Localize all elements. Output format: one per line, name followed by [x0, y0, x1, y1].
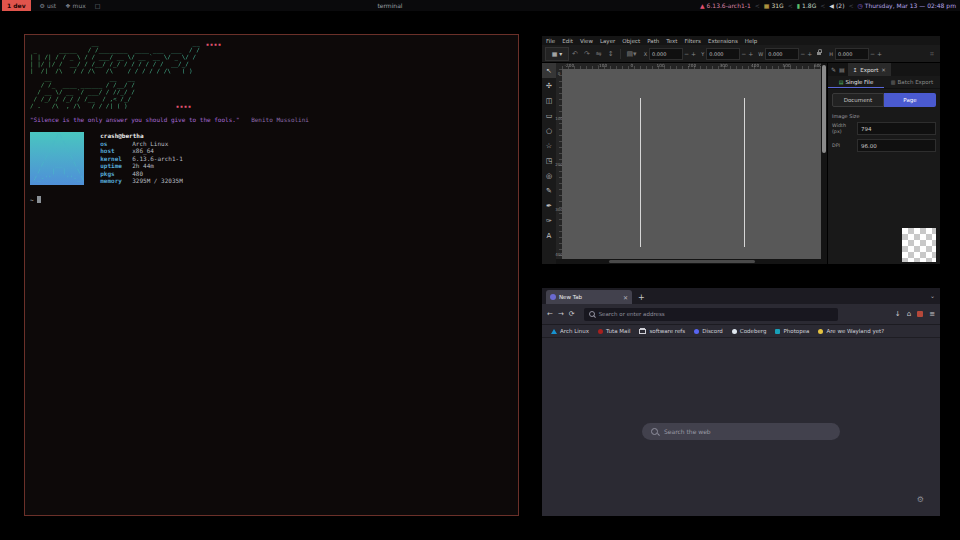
url-bar[interactable]: Search or enter address: [584, 308, 838, 321]
inkscape-window: FileEditViewLayerObjectPathTextFiltersEx…: [542, 36, 940, 264]
tool-shape-builder[interactable]: ◫: [542, 93, 556, 108]
gear-icon: ⚙: [40, 2, 45, 9]
input-x[interactable]: 0.000: [649, 48, 683, 60]
increment-button[interactable]: +: [748, 50, 753, 57]
fetch-row: hostx86_64: [100, 147, 183, 155]
home-icon[interactable]: ⌂: [907, 310, 911, 318]
terminal-window[interactable]: __ __ _ _____ / /________ ____ ___ ___ /…: [24, 34, 519, 516]
decrement-button[interactable]: −: [870, 50, 875, 57]
shell-prompt[interactable]: ~: [30, 196, 518, 203]
tool-text[interactable]: A: [542, 228, 556, 243]
selection-mode-dropdown[interactable]: ▦▾: [545, 47, 569, 61]
status-module: ▲6.13.6-arch1-1: [700, 2, 751, 9]
bookmark-item[interactable]: Are we Wayland yet?: [818, 328, 884, 334]
bookmarks-bar: Arch LinuxTuta Mailsoftware refsDiscordC…: [542, 325, 940, 338]
tool-star[interactable]: ☆: [542, 138, 556, 153]
menu-filters[interactable]: Filters: [684, 38, 701, 44]
decrement-button[interactable]: −: [684, 50, 689, 57]
back-button[interactable]: ←: [547, 310, 553, 318]
forward-button[interactable]: →: [558, 310, 564, 318]
inkscape-canvas[interactable]: [562, 69, 821, 259]
menu-file[interactable]: File: [546, 38, 555, 44]
workspace-window-item[interactable]: ❖mux: [65, 2, 86, 9]
dpi-input[interactable]: 96.00: [857, 139, 936, 152]
rotate-ccw-icon[interactable]: ↶: [572, 50, 578, 58]
tool-box-3d[interactable]: ◳: [542, 153, 556, 168]
browser-nav-bar: ← → ⟳ Search or enter address ↓ ⌂ ≡: [542, 304, 940, 325]
extension-icon[interactable]: [917, 311, 923, 317]
width-input[interactable]: 794: [857, 122, 936, 135]
bookmark-item[interactable]: Discord: [694, 328, 723, 334]
units-dropdown-icon[interactable]: ▤▾: [627, 50, 637, 58]
tool-rectangle[interactable]: ▭: [542, 108, 556, 123]
memory-icon: ▮: [797, 2, 800, 9]
downloads-icon[interactable]: ↓: [895, 310, 901, 318]
workspace-tag-active[interactable]: 1 dev: [2, 0, 31, 11]
batch-export-icon: ▥: [891, 79, 896, 85]
close-tab-icon[interactable]: ✕: [623, 294, 628, 301]
lock-icon[interactable]: [817, 52, 821, 55]
decrement-button[interactable]: −: [800, 50, 805, 57]
flip-horizontal-icon[interactable]: ⇋: [596, 50, 602, 58]
input-h[interactable]: 0.000: [835, 48, 869, 60]
decrement-button[interactable]: −: [741, 50, 746, 57]
text-cursor: [37, 196, 41, 203]
fill-stroke-dialog-icon[interactable]: ✎: [831, 66, 836, 73]
menu-icon[interactable]: ≡: [929, 310, 935, 318]
tab-new-tab[interactable]: New Tab ✕: [546, 290, 632, 304]
snap-toggle-icon[interactable]: ⌗: [930, 50, 934, 58]
tool-pencil[interactable]: ✎: [542, 183, 556, 198]
fetch-row: memory3295M / 32035M: [100, 177, 183, 185]
search-icon: [651, 428, 658, 435]
web-search-input[interactable]: Search the web: [642, 423, 840, 440]
rotate-cw-icon[interactable]: ↷: [584, 50, 590, 58]
status-module: ▦31G: [764, 2, 784, 9]
input-y[interactable]: 0.000: [706, 48, 740, 60]
personalize-gear-icon[interactable]: ⚙: [917, 495, 924, 504]
export-area-document-button[interactable]: Document: [832, 93, 884, 107]
workspace-window-item[interactable]: ⚙ust: [40, 2, 57, 9]
increment-button[interactable]: +: [691, 50, 696, 57]
reload-button[interactable]: ⟳: [569, 310, 575, 318]
workspace-window-item[interactable]: □: [95, 2, 103, 9]
bookmark-item[interactable]: Arch Linux: [551, 328, 589, 334]
bookmark-item[interactable]: Photopea: [775, 328, 809, 334]
flip-vertical-icon[interactable]: ↕: [608, 50, 614, 58]
bookmark-item[interactable]: Tuta Mail: [598, 328, 630, 334]
tab-single-file[interactable]: ▤ Single File: [828, 76, 884, 88]
bookmark-item[interactable]: Codeberg: [732, 328, 767, 334]
tool-selector[interactable]: ↖: [542, 63, 556, 78]
menu-layer[interactable]: Layer: [600, 38, 615, 44]
quote-line: "Silence is the only answer you should g…: [30, 116, 518, 123]
tool-node-editor[interactable]: ✣: [542, 78, 556, 93]
image-size-label: Image Size: [828, 110, 940, 120]
banner-accent-top: ▪▪▪▪: [206, 41, 222, 47]
increment-button[interactable]: +: [877, 50, 882, 57]
tool-calligraphy[interactable]: ✑: [542, 213, 556, 228]
bookmark-circle-icon: [732, 329, 737, 334]
tab-batch-export[interactable]: ▥ Batch Export: [884, 76, 940, 88]
bookmark-item[interactable]: software refs: [639, 328, 685, 334]
tool-ellipse[interactable]: ○: [542, 123, 556, 138]
increment-button[interactable]: +: [807, 50, 812, 57]
dpi-label: DPI: [832, 143, 854, 149]
menu-object[interactable]: Object: [622, 38, 640, 44]
close-icon[interactable]: ✕: [881, 67, 886, 73]
menu-path[interactable]: Path: [647, 38, 659, 44]
layers-dialog-icon[interactable]: ▤: [839, 66, 845, 73]
menu-extensions[interactable]: Extensions: [708, 38, 738, 44]
menu-view[interactable]: View: [580, 38, 593, 44]
list-all-tabs-icon[interactable]: ⌄: [930, 292, 935, 299]
input-w[interactable]: 0.000: [765, 48, 799, 60]
menu-text[interactable]: Text: [666, 38, 677, 44]
export-dialog-tab[interactable]: ↥ Export ✕: [848, 63, 891, 76]
fetch-row: pkgs480: [100, 170, 183, 178]
quote-text: "Silence is the only answer you should g…: [30, 116, 240, 123]
canvas-horizontal-scrollbar[interactable]: [556, 259, 821, 264]
new-tab-button[interactable]: +: [638, 293, 645, 302]
menu-help[interactable]: Help: [745, 38, 758, 44]
menu-edit[interactable]: Edit: [562, 38, 573, 44]
tool-bezier-pen[interactable]: ✒: [542, 198, 556, 213]
tool-spiral[interactable]: ◎: [542, 168, 556, 183]
export-area-page-button[interactable]: Page: [884, 93, 936, 107]
